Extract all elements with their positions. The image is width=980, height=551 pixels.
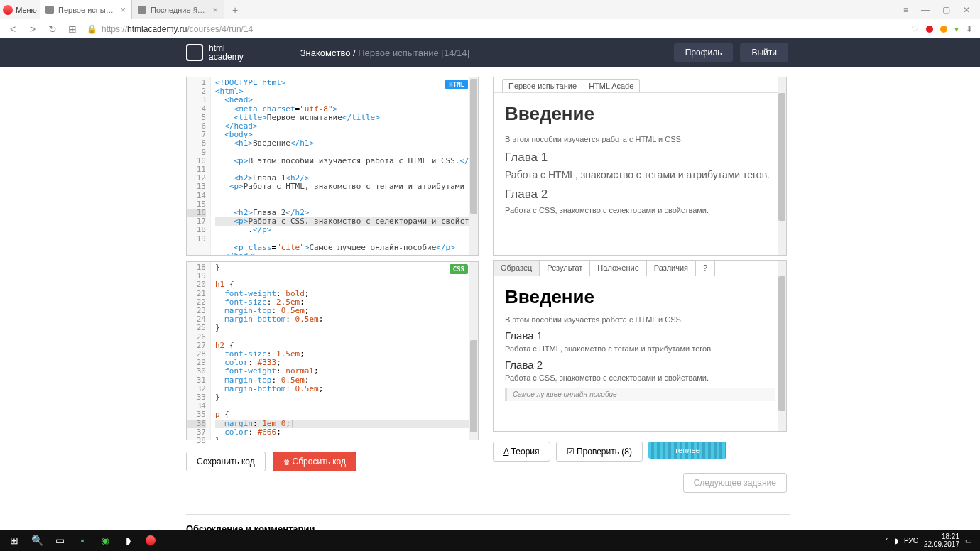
address-bar: < > ↻ ⊞ 🔒 https://htmlacademy.ru/courses… <box>0 19 980 38</box>
shield-icon <box>186 44 203 61</box>
brand-logo[interactable]: htmlacademy <box>186 44 244 61</box>
css-editor[interactable]: 1819202122232425262728293031323334353637… <box>186 261 479 440</box>
clock-date: 22.09.2017 <box>924 540 959 548</box>
notifications-icon[interactable]: ▭ <box>965 537 971 545</box>
logout-button[interactable]: Выйти <box>740 43 788 62</box>
app-icon[interactable]: ◉ <box>94 530 116 551</box>
result-cite: Самое лучшее онлайн-пособие <box>505 388 775 401</box>
clock-time: 18:21 <box>924 533 959 540</box>
opera-menu-button[interactable]: Меню <box>0 0 40 19</box>
scrollbar[interactable] <box>778 261 786 431</box>
opera-icon <box>3 5 13 15</box>
forward-icon[interactable]: > <box>27 23 38 35</box>
result-panel: ОбразецРезультатНаложениеРазличия? Введе… <box>493 260 787 432</box>
favicon-icon <box>138 6 146 14</box>
adblock-icon[interactable] <box>926 26 933 33</box>
result-text: Работа с HTML, знакомство с тегами и атр… <box>505 344 775 353</box>
reset-button[interactable]: Сбросить код <box>273 452 356 471</box>
url-input[interactable]: 🔒 https://htmlacademy.ru/courses/4/run/1… <box>87 24 903 34</box>
result-tab[interactable]: Наложение <box>590 261 646 276</box>
code-area[interactable]: } h1 { font-weight: bold; font-size: 2.5… <box>211 262 478 440</box>
html-editor[interactable]: 12345678910111213141516171819 <!DOCTYPE … <box>186 77 479 256</box>
browser-tab[interactable]: Последние §1. Знакомств × <box>132 0 224 19</box>
maximize-icon[interactable]: ▢ <box>942 5 950 15</box>
result-tab[interactable]: Различия <box>647 261 696 276</box>
code-area[interactable]: <!DOCTYPE html><html> <head> <meta chars… <box>211 77 478 255</box>
brand-text-2: academy <box>209 53 244 61</box>
tab-title: Первое испытание — Зн <box>58 6 116 14</box>
download-arrow-icon[interactable]: ▾ <box>954 24 959 34</box>
site-header: htmlacademy Знакомство / Первое испытани… <box>0 38 980 67</box>
url-path: /courses/4/run/14 <box>187 24 254 34</box>
opera-icon[interactable] <box>139 530 162 551</box>
url-host: htmlacademy.ru <box>127 24 187 34</box>
result-tab[interactable]: ? <box>696 261 715 276</box>
speed-dial-icon[interactable]: ⊞ <box>67 23 78 35</box>
crumb-root[interactable]: Знакомство / <box>300 48 359 58</box>
scrollbar[interactable] <box>778 77 786 255</box>
progress-bar: теплее <box>648 442 726 459</box>
minimize-icon[interactable]: — <box>921 5 930 15</box>
search-icon[interactable]: 🔍 <box>26 530 48 551</box>
close-window-icon[interactable]: ✕ <box>963 5 970 15</box>
profile-button[interactable]: Профиль <box>674 43 734 62</box>
app-icon[interactable]: ▪ <box>71 530 94 551</box>
next-button[interactable]: Следующее задание <box>683 473 787 493</box>
save-button[interactable]: Сохранить код <box>186 452 266 471</box>
line-gutter: 1819202122232425262728293031323334353637… <box>187 262 211 440</box>
steam-icon[interactable]: ◗ <box>116 530 139 551</box>
css-badge: CSS <box>450 264 468 274</box>
favicon-icon <box>45 6 54 14</box>
language-indicator[interactable]: РУС <box>904 537 918 545</box>
heart-icon[interactable]: ♡ <box>911 24 919 34</box>
crumb-page: Первое испытание [14/14] <box>358 48 469 58</box>
new-tab-button[interactable]: + <box>224 4 246 16</box>
check-button[interactable]: ☑ Проверить (8) <box>556 442 643 462</box>
result-tab[interactable]: Образец <box>494 261 540 276</box>
result-subheading: Глава 1 <box>505 329 775 342</box>
preview-text: В этом пособии изучается работа с HTML и… <box>505 135 775 143</box>
menu-label: Меню <box>16 6 37 14</box>
result-text: Работа с CSS, знакомство с селекторами и… <box>505 373 775 382</box>
download-icon[interactable]: ⬇ <box>966 24 973 34</box>
preview-tab[interactable]: Первое испытание — HTML Acade <box>502 79 640 92</box>
result-subheading: Глава 2 <box>505 359 775 371</box>
close-icon[interactable]: × <box>120 4 126 15</box>
extension-icon[interactable] <box>940 26 947 33</box>
result-text: В этом пособии изучается работа с HTML и… <box>505 315 775 324</box>
result-tabs: ОбразецРезультатНаложениеРазличия? <box>494 261 786 276</box>
preview-panel: Первое испытание — HTML Acade Введение В… <box>493 77 787 256</box>
windows-taskbar: ⊞ 🔍 ▭ ▪ ◉ ◗ ˄ ◗ РУС 18:21 22.09.2017 ▭ <box>0 530 980 551</box>
steam-tray-icon[interactable]: ◗ <box>895 537 898 545</box>
preview-text: Работа с CSS, знакомство с селекторами и… <box>505 206 775 214</box>
scrollbar[interactable] <box>469 262 478 440</box>
line-gutter: 12345678910111213141516171819 <box>187 77 211 255</box>
window-controls: ≡ — ▢ ✕ <box>893 5 980 15</box>
breadcrumb: Знакомство / Первое испытание [14/14] <box>300 48 469 58</box>
close-icon[interactable]: × <box>212 4 218 15</box>
clock[interactable]: 18:21 22.09.2017 <box>924 533 959 548</box>
html-badge: HTML <box>445 80 468 89</box>
result-body: Введение В этом пособии изучается работа… <box>494 276 786 431</box>
preview-heading: Введение <box>505 103 775 125</box>
result-tab[interactable]: Результат <box>540 261 590 276</box>
tray-chevron-icon[interactable]: ˄ <box>886 537 889 545</box>
back-icon[interactable]: < <box>7 23 18 35</box>
preview-text: Работа с HTML, знакомство с тегами и атр… <box>505 169 775 180</box>
workspace: 12345678910111213141516171819 <!DOCTYPE … <box>0 67 980 493</box>
lock-icon: 🔒 <box>87 24 97 34</box>
tab-title: Последние §1. Знакомств <box>151 6 208 14</box>
preview-subheading: Глава 1 <box>505 151 775 165</box>
theory-button[interactable]: A Теория <box>493 442 550 462</box>
result-heading: Введение <box>505 286 775 308</box>
url-proto: https:// <box>102 24 127 34</box>
taskview-icon[interactable]: ▭ <box>48 530 71 551</box>
start-icon[interactable]: ⊞ <box>3 530 26 551</box>
browser-chrome: Меню Первое испытание — Зн × Последние §… <box>0 0 980 38</box>
preview-body: Введение В этом пособии изучается работа… <box>494 93 786 231</box>
speed-dial-icon[interactable]: ≡ <box>903 5 908 15</box>
reload-icon[interactable]: ↻ <box>47 23 58 35</box>
tab-bar: Меню Первое испытание — Зн × Последние §… <box>0 0 980 19</box>
scrollbar[interactable] <box>469 77 478 255</box>
browser-tab[interactable]: Первое испытание — Зн × <box>40 0 132 19</box>
